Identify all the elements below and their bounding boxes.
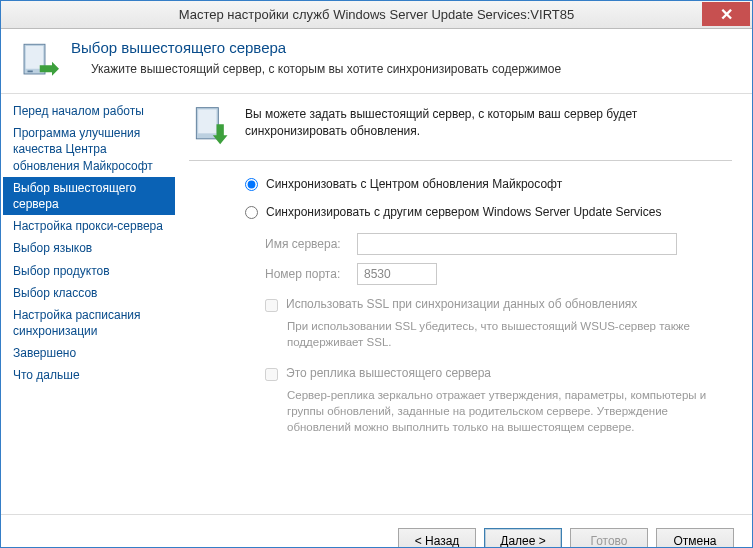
next-button[interactable]: Далее > xyxy=(484,528,562,548)
replica-checkbox-label: Это реплика вышестоящего сервера xyxy=(286,366,491,380)
sidebar-item-8[interactable]: Завершено xyxy=(3,342,175,364)
server-name-label: Имя сервера: xyxy=(265,237,357,251)
radio-sync-microsoft-label: Синхронизовать с Центром обновления Майк… xyxy=(266,177,562,191)
back-button[interactable]: < Назад xyxy=(398,528,476,548)
sidebar-item-0[interactable]: Перед началом работы xyxy=(3,100,175,122)
wizard-footer: < Назад Далее > Готово Отмена xyxy=(1,514,752,548)
divider xyxy=(189,160,732,161)
server-arrow-icon xyxy=(17,39,59,81)
sidebar-item-7[interactable]: Настройка расписания синхронизации xyxy=(3,304,175,342)
sidebar-item-2[interactable]: Выбор вышестоящего сервера xyxy=(3,177,175,215)
svg-rect-5 xyxy=(198,110,216,134)
sidebar-item-4[interactable]: Выбор языков xyxy=(3,237,175,259)
radio-sync-other-input[interactable] xyxy=(245,206,258,219)
radio-sync-other[interactable]: Синхронизировать с другим сервером Windo… xyxy=(245,205,732,219)
svg-rect-2 xyxy=(28,71,33,73)
sidebar-item-5[interactable]: Выбор продуктов xyxy=(3,260,175,282)
port-label: Номер порта: xyxy=(265,267,357,281)
radio-sync-other-label: Синхронизировать с другим сервером Windo… xyxy=(266,205,661,219)
replica-checkbox[interactable] xyxy=(265,368,278,381)
replica-checkbox-row[interactable]: Это реплика вышестоящего сервера xyxy=(265,366,732,381)
sidebar-item-1[interactable]: Программа улучшения качества Центра обно… xyxy=(3,122,175,177)
window-title: Мастер настройки служб Windows Server Up… xyxy=(1,7,752,22)
close-icon: ✕ xyxy=(720,5,733,24)
ssl-checkbox-row[interactable]: Использовать SSL при синхронизации данны… xyxy=(265,297,732,312)
page-title: Выбор вышестоящего сервера xyxy=(71,39,561,56)
wizard-steps-sidebar: Перед началом работыПрограмма улучшения … xyxy=(1,94,177,514)
close-button[interactable]: ✕ xyxy=(702,2,750,26)
ssl-help-text: При использовании SSL убедитесь, что выш… xyxy=(287,318,717,350)
sidebar-item-9[interactable]: Что дальше xyxy=(3,364,175,386)
finish-button[interactable]: Готово xyxy=(570,528,648,548)
replica-help-text: Сервер-реплика зеркально отражает утверж… xyxy=(287,387,717,435)
ssl-checkbox-label: Использовать SSL при синхронизации данны… xyxy=(286,297,637,311)
wizard-header: Выбор вышестоящего сервера Укажите вышес… xyxy=(1,29,752,94)
radio-sync-microsoft[interactable]: Синхронизовать с Центром обновления Майк… xyxy=(245,177,732,191)
port-input[interactable] xyxy=(357,263,437,285)
intro-text: Вы можете задать вышестоящий сервер, с к… xyxy=(245,104,732,140)
server-down-arrow-icon xyxy=(189,104,233,148)
sidebar-item-6[interactable]: Выбор классов xyxy=(3,282,175,304)
server-name-input[interactable] xyxy=(357,233,677,255)
wizard-content: Вы можете задать вышестоящий сервер, с к… xyxy=(177,94,752,514)
cancel-button[interactable]: Отмена xyxy=(656,528,734,548)
sidebar-item-3[interactable]: Настройка прокси-сервера xyxy=(3,215,175,237)
radio-sync-microsoft-input[interactable] xyxy=(245,178,258,191)
ssl-checkbox[interactable] xyxy=(265,299,278,312)
page-subtitle: Укажите вышестоящий сервер, с которым вы… xyxy=(71,62,561,76)
titlebar: Мастер настройки служб Windows Server Up… xyxy=(1,1,752,29)
